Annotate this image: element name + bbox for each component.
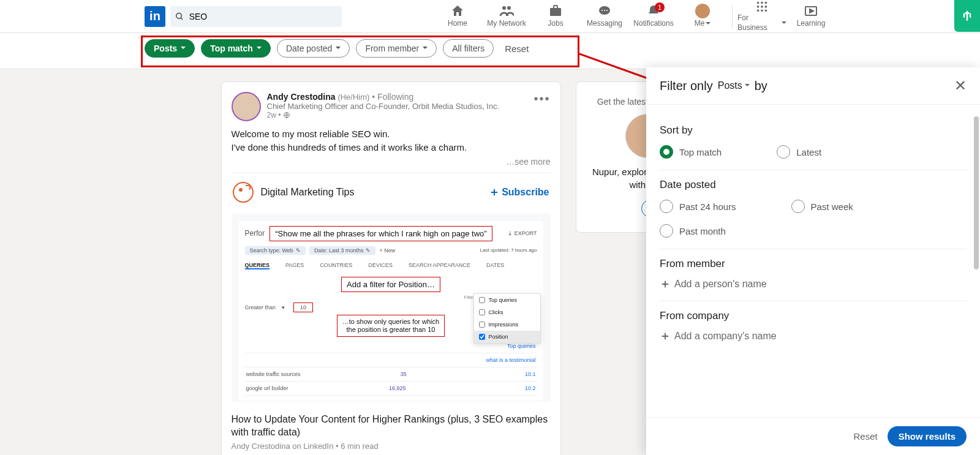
svg-point-3: [507, 6, 511, 10]
add-person-label: Add a person's name: [674, 279, 767, 290]
post-header: Andy Crestodina (He/Him) • Following Chi…: [232, 92, 551, 121]
panel-type-selector[interactable]: Posts: [718, 80, 750, 91]
avatar-icon: [695, 4, 710, 18]
nav-notifications[interactable]: 1 Notifications: [629, 0, 678, 33]
svg-point-14: [765, 6, 767, 8]
svg-line-1: [181, 17, 183, 19]
search-box[interactable]: [170, 6, 342, 27]
post-attached-image[interactable]: Perfor “Show me all the phrases for whic…: [232, 214, 551, 402]
add-company-button[interactable]: Add a company's name: [660, 331, 967, 342]
radio-past-month-label: Past month: [679, 226, 726, 236]
scrollbar[interactable]: [974, 116, 979, 269]
article-subtitle: Andy Crestodina on LinkedIn • 6 min read: [232, 442, 551, 451]
gsc-annotation-3: …to show only queries for whichthe posit…: [337, 315, 445, 337]
filter-pill-posts[interactable]: Posts: [145, 39, 195, 58]
messaging-icon: [597, 4, 612, 18]
extension-badge[interactable]: [954, 0, 980, 32]
filter-pill-posts-label: Posts: [154, 43, 177, 53]
gsc-filter-popup: Top queries Clicks Impressions Position: [473, 293, 541, 344]
plus-icon: [489, 187, 499, 197]
filter-reset-link[interactable]: Reset: [505, 43, 529, 54]
author-name[interactable]: Andy Crestodina: [267, 92, 336, 102]
radio-past-month[interactable]: Past month: [660, 224, 726, 238]
nav-business[interactable]: For Business: [737, 0, 786, 33]
close-icon[interactable]: ✕: [954, 77, 967, 94]
nav-messaging-label: Messaging: [587, 19, 622, 29]
learning-icon: [804, 4, 818, 18]
chevron-down-icon: [745, 84, 750, 89]
radio-latest[interactable]: Latest: [777, 145, 821, 159]
see-more-link[interactable]: …see more: [232, 157, 551, 167]
plus-icon: [660, 279, 671, 290]
nav-jobs-label: Jobs: [548, 19, 563, 29]
gsc-annotation-2: Add a filter for Position…: [341, 277, 440, 292]
chevron-down-icon: [782, 21, 786, 26]
radio-past-24h-label: Past 24 hours: [679, 201, 736, 212]
linkedin-logo[interactable]: in: [145, 6, 165, 27]
svg-point-17: [765, 9, 767, 12]
gsc-export: ⤓ EXPORT: [508, 230, 537, 236]
filter-panel: Filter only Posts by ✕ Sort by Top match…: [646, 67, 980, 455]
nav-me-label: Me: [695, 19, 705, 29]
home-icon: [450, 4, 465, 18]
nav-home-label: Home: [448, 19, 467, 29]
nav-jobs[interactable]: Jobs: [531, 0, 580, 33]
section-from-member-title: From member: [660, 258, 967, 270]
radio-latest-label: Latest: [796, 147, 821, 157]
svg-rect-4: [550, 8, 561, 16]
gsc-gt-label: Greater than: [245, 304, 276, 310]
search-input[interactable]: [189, 12, 337, 21]
post-time: 2w •: [267, 111, 500, 119]
filter-pill-date-posted[interactable]: Date posted: [277, 39, 350, 58]
panel-title-prefix: Filter only: [660, 79, 713, 93]
gsc-chip-date: Date: Last 3 months ✎: [309, 246, 376, 255]
nav-messaging[interactable]: Messaging: [580, 0, 629, 33]
filter-panel-header: Filter only Posts by ✕: [646, 67, 980, 105]
newsletter-title[interactable]: Digital Marketing Tips: [261, 187, 355, 198]
article-meta: How to Update Your Content for Higher Ra…: [222, 407, 560, 455]
svg-point-0: [176, 13, 182, 18]
chevron-down-icon: [706, 22, 710, 27]
radio-top-match[interactable]: Top match: [660, 145, 722, 159]
add-person-button[interactable]: Add a person's name: [660, 279, 967, 290]
feed-column: Andy Crestodina (He/Him) • Following Chi…: [221, 81, 561, 455]
filter-pill-from-member-label: From member: [365, 43, 419, 53]
gsc-value-10: 10: [293, 303, 313, 312]
nav-home[interactable]: Home: [433, 0, 482, 33]
radio-past-week[interactable]: Past week: [791, 200, 853, 213]
radio-past-week-label: Past week: [811, 201, 853, 212]
jobs-icon: [548, 4, 563, 18]
svg-point-8: [606, 10, 608, 11]
panel-title-suffix: by: [755, 79, 767, 93]
svg-point-7: [604, 10, 605, 11]
svg-point-9: [757, 1, 760, 4]
section-date-posted: Date posted Past 24 hours Past week Past…: [660, 170, 967, 249]
top-nav: in Home My Network Jobs Messaging: [0, 0, 980, 33]
filter-pill-all-filters[interactable]: All filters: [443, 39, 494, 58]
section-from-member: From member Add a person's name: [660, 249, 967, 301]
filter-pill-top-match[interactable]: Top match: [201, 39, 271, 58]
author-avatar[interactable]: [232, 92, 261, 121]
svg-marker-19: [810, 9, 813, 13]
show-results-button[interactable]: Show results: [888, 426, 967, 446]
nav-network[interactable]: My Network: [482, 0, 531, 33]
chevron-down-icon: [257, 47, 262, 51]
radio-icon: [660, 145, 673, 159]
gsc-updated: Last updated: 7 hours ago: [480, 247, 537, 253]
nav-learning[interactable]: Learning: [786, 0, 835, 33]
filter-bar: Posts Top match Date posted From member …: [145, 39, 835, 58]
nav-divider: [732, 5, 733, 28]
radio-icon: [660, 224, 673, 238]
article-title[interactable]: How to Update Your Content for Higher Ra…: [232, 413, 551, 439]
section-from-company-title: From company: [660, 310, 967, 322]
nav-me[interactable]: Me: [678, 0, 727, 33]
panel-reset-button[interactable]: Reset: [853, 431, 877, 442]
gsc-title: Perfor: [245, 229, 265, 238]
post-menu-button[interactable]: •••: [533, 92, 550, 106]
subscribe-button[interactable]: Subscribe: [489, 187, 549, 198]
filter-pill-from-member[interactable]: From member: [356, 39, 437, 58]
chevron-down-icon: [423, 47, 428, 51]
radio-past-24h[interactable]: Past 24 hours: [660, 200, 736, 213]
radio-top-match-label: Top match: [679, 147, 722, 157]
svg-point-11: [765, 1, 767, 4]
